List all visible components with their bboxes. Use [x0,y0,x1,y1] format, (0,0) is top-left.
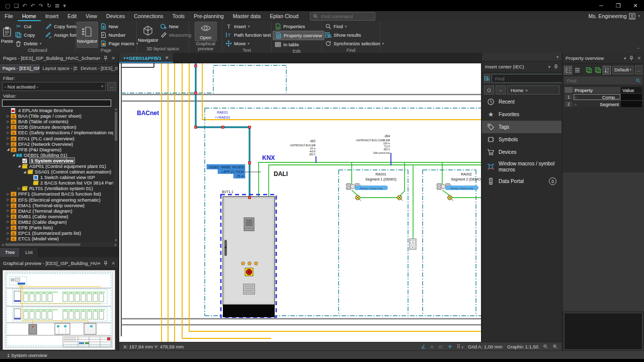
tree-expander-icon[interactable]: ▷ [6,131,11,135]
ribbon-tab-master-data[interactable]: Master data [228,11,265,21]
tree-item[interactable]: 2 BACS function list VDI 3814 Part 4.3 [0,180,118,186]
tab-list[interactable]: List [20,248,38,257]
panel-dropdown-icon[interactable]: ▾ [98,261,101,266]
column-value[interactable]: Value [621,86,642,94]
paste-properties-button[interactable] [586,66,593,74]
open-preview-button[interactable]: Open [195,22,217,41]
insert-center-item-devices[interactable]: Devices [482,146,561,158]
sort-button[interactable]: AZ [603,66,611,74]
property-cell[interactable]: ▷Comp... [573,94,621,101]
tree-expander-icon[interactable]: ▷ [6,226,11,230]
scheme-select[interactable]: Default▾ [612,66,633,74]
zoom-out-icon[interactable] [543,344,548,349]
find-command-input[interactable] [320,13,372,20]
paste-button[interactable]: Paste [1,22,13,48]
qat-more-icon[interactable]: ▾ [63,3,66,9]
row-expander-icon[interactable]: ▷ [575,103,577,106]
design-mode-icon[interactable]: ✛ [448,344,452,349]
back-button[interactable]: ← [496,85,506,95]
property-find-box[interactable] [564,76,642,84]
property-cell[interactable]: ▷Segment [573,101,621,108]
tree-expander-icon[interactable]: ▷ [6,231,11,235]
delete-button[interactable]: Delete▾ [13,39,43,48]
page-navigator-button[interactable]: Navigator [76,22,98,48]
in-table-button[interactable]: In table [273,40,325,49]
ribbon-tab-tools[interactable]: Tools [168,11,190,21]
maximize-button[interactable]: ❐ [610,0,627,11]
open-page-icon[interactable]: ❏ [14,3,19,9]
tree-item[interactable]: ▷&ETC1 (Model view) [0,236,118,241]
property-row[interactable]: 2▷Segment [564,101,642,108]
zoom-in-icon[interactable] [552,344,557,349]
dock-chevron-icon[interactable]: ▾ [556,55,558,59]
tree-item[interactable]: ◢&PFB (P&I Diagrams) [0,147,118,152]
preview-thumbnail[interactable] [3,270,115,350]
page-new-button[interactable]: New [98,22,140,31]
schematic-canvas[interactable]: Heating- Cooling ceiling Heating- Coolin… [119,63,481,342]
insert-center-item-window-macros-symbol-macros[interactable]: Window macros / symbol macros [482,158,561,175]
tree-item[interactable]: ▷&EDB (Structure description) [0,124,118,130]
object-snap-icon[interactable]: ∩ [430,344,434,349]
pin-icon[interactable] [629,56,634,61]
copy-button[interactable]: Copy [13,31,43,39]
page-macro-button[interactable]: Page macro▾ [98,39,140,48]
panel-dropdown-icon[interactable]: ▾ [548,64,550,69]
tree-item[interactable]: ▷&EPB (Parts lists) [0,225,118,230]
tree-expander-icon[interactable]: ◢ [17,164,22,168]
tree-expander-icon[interactable]: ▷ [6,203,11,207]
tree-expander-icon[interactable]: ▷ [6,192,11,196]
pin-icon[interactable] [103,56,108,61]
insert-center-item-recent[interactable]: Recent [482,96,561,108]
ribbon-tab-insert[interactable]: Insert [41,11,63,21]
pin-icon[interactable] [553,64,558,69]
panel-close-icon[interactable]: ✕ [111,56,115,61]
panel-close-icon[interactable]: ✕ [637,56,641,61]
tree-item[interactable]: ◢SSA01 (Control cabinet automation) [0,169,118,174]
tree-item[interactable]: ▷&BAB (Table of contents) [0,119,118,124]
pages-panel-tab-2[interactable]: Devices - [EES]_ISP... [78,64,118,73]
insert-find-box[interactable] [492,74,572,83]
ribbon-tab-edit[interactable]: Edit [63,11,81,21]
cut-button[interactable]: ✂Cut [13,22,43,31]
tree-expander-icon[interactable]: ◢ [11,153,16,157]
properties-button[interactable]: Properties [273,22,325,31]
list-view-button[interactable] [574,66,581,74]
breadcrumb[interactable]: Home▸ [507,85,559,95]
lamp-symbols[interactable] [356,196,453,201]
tab-tree[interactable]: Tree [0,248,20,257]
synchronize-selection-button[interactable]: Synchronize selection▾ [323,39,386,48]
ribbon-tab-view[interactable]: View [81,11,102,21]
copy-properties-button[interactable] [594,66,601,74]
tree-item[interactable]: 1 Switch cabinet view ISP [0,174,118,180]
ribbon-collapse-icon[interactable]: ⌃ [636,47,640,52]
scheme-more-button[interactable]: ... [635,65,642,74]
insert-find-input[interactable] [494,75,562,82]
insert-center-item-favorites[interactable]: ★Favorites [482,108,561,121]
column-property[interactable]: Property [573,86,621,94]
selected-cable-labels[interactable]: GEB01 MMBE WGB05 LAPP.2170634 25 m [207,164,261,178]
tree-expander-icon[interactable]: ▷ [6,114,11,118]
angle-snap-icon[interactable]: ∠ [421,344,426,349]
wall-switch-symbol[interactable] [410,239,416,249]
panel-close-icon[interactable]: ✕ [111,261,115,266]
selection-handles[interactable] [195,65,251,199]
3d-navigator-button[interactable]: Navigator [138,22,158,46]
tree-vertical-scrollbar[interactable]: ▲▼ [113,108,118,242]
undo-arc-icon[interactable]: ↶ [22,3,27,9]
redo-icon[interactable]: ↷ [39,3,43,9]
3d-new-button[interactable]: New [158,22,193,31]
tree-item[interactable]: ▷&EMA2 (Terminal diagram) [0,208,118,214]
tree-item[interactable]: ▷&EFA1 (PLC card overview) [0,135,118,141]
tree-item[interactable]: ◢ASP01 (Control equipment plant 01) [0,163,118,169]
tree-item[interactable]: ▷&EMB1 (Cable overview) [0,214,118,219]
insert-center-item-tags[interactable]: Tags [482,121,561,133]
tree-expander-icon[interactable]: ▷ [6,198,11,202]
pages-panel-tab-1[interactable]: Layout space - [EE... [40,64,78,73]
value-cell[interactable] [621,101,642,108]
home-button[interactable] [484,85,494,95]
ribbon-tab-file[interactable]: File [0,11,18,21]
tree-item[interactable]: ▷&EFA2 (Network Overview) [0,141,118,147]
tree-expander-icon[interactable]: ▷ [6,136,11,140]
undo-icon[interactable]: ↶ [31,3,35,9]
path-function-text-button[interactable]: TPath function text [223,31,273,39]
